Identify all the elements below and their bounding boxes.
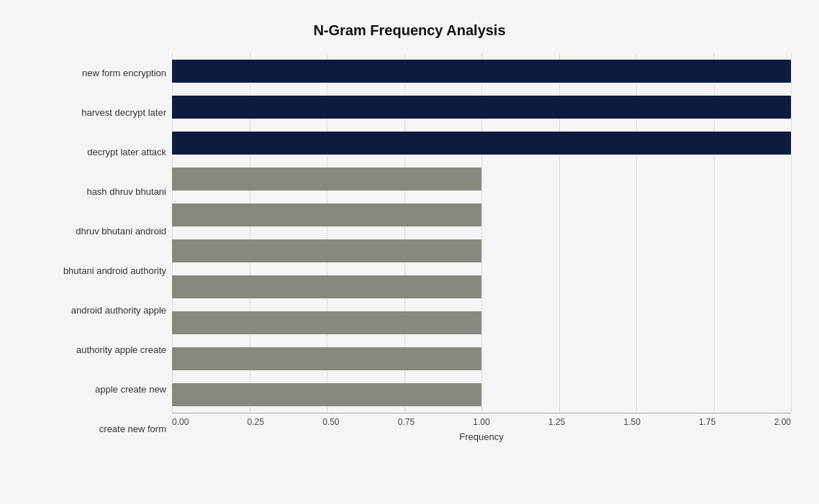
y-label: harvest decrypt later xyxy=(28,94,166,130)
bar-row xyxy=(172,164,791,194)
x-tick-label: 0.25 xyxy=(248,417,264,427)
plot-area: 0.000.250.500.751.001.251.501.752.00 Fre… xyxy=(172,53,791,449)
x-axis: 0.000.250.500.751.001.251.501.752.00 Fre… xyxy=(172,413,791,449)
x-tick-label: 1.25 xyxy=(548,417,565,427)
grid-line xyxy=(791,53,792,413)
chart-area: new form encryptionharvest decrypt later… xyxy=(28,53,791,449)
x-tick-label: 1.75 xyxy=(699,417,715,427)
y-label: apple create new xyxy=(28,371,166,407)
bar-row xyxy=(172,56,791,86)
bar-row xyxy=(172,236,791,266)
chart-container: N-Gram Frequency Analysis new form encry… xyxy=(14,8,805,497)
x-tick-label: 0.50 xyxy=(322,417,339,427)
y-label: dhruv bhutani android xyxy=(28,213,166,249)
bar-row xyxy=(172,272,791,302)
bar-row xyxy=(172,128,791,158)
bar-row xyxy=(172,308,791,338)
bar xyxy=(172,239,481,262)
y-label: android authority apple xyxy=(28,292,166,328)
x-axis-label: Frequency xyxy=(172,431,791,442)
x-tick-label: 0.75 xyxy=(398,417,415,427)
bar-row xyxy=(172,344,791,374)
bar xyxy=(172,275,481,298)
x-tick-label: 1.50 xyxy=(623,417,640,427)
y-label: bhutani android authority xyxy=(28,252,166,288)
x-tick-label: 0.00 xyxy=(172,417,189,427)
x-tick-label: 2.00 xyxy=(774,417,791,427)
bar-row xyxy=(172,200,791,230)
y-label: create new form xyxy=(28,411,166,446)
y-label: hash dhruv bhutani xyxy=(28,173,166,209)
y-label: decrypt later attack xyxy=(28,134,166,170)
bar xyxy=(172,383,481,406)
bar xyxy=(172,168,481,191)
bar xyxy=(172,347,481,370)
y-axis: new form encryptionharvest decrypt later… xyxy=(28,53,172,449)
bars-wrapper xyxy=(172,53,791,413)
bars-section xyxy=(172,53,791,413)
x-tick-label: 1.00 xyxy=(473,417,489,427)
x-axis-line xyxy=(172,413,791,413)
chart-title: N-Gram Frequency Analysis xyxy=(28,22,791,39)
y-label: authority apple create xyxy=(28,331,166,367)
bar-row xyxy=(172,380,791,410)
bar-row xyxy=(172,92,791,122)
bar xyxy=(172,132,791,155)
bar xyxy=(172,60,791,83)
bar xyxy=(172,203,481,226)
bar xyxy=(172,96,791,119)
x-ticks: 0.000.250.500.751.001.251.501.752.00 xyxy=(172,413,791,427)
y-label: new form encryption xyxy=(28,55,166,91)
bar xyxy=(172,311,481,334)
